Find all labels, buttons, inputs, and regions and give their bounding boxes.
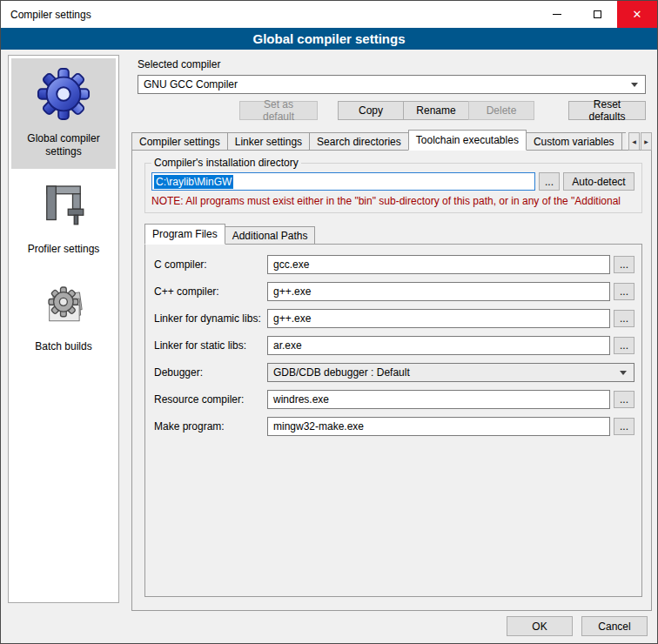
maximize-button[interactable]: [577, 1, 617, 28]
dialog-body: Global compiler settings Profiler se: [1, 50, 657, 643]
ok-button[interactable]: OK: [507, 616, 573, 636]
tab-custom-variables[interactable]: Custom variables: [526, 132, 622, 151]
installation-directory-value: C:\raylib\MinGW: [154, 175, 233, 189]
chevron-down-icon: [631, 83, 638, 87]
installation-directory-browse-button[interactable]: ...: [539, 172, 560, 191]
make-program-row: Make program: mingw32-make.exe ...: [154, 417, 634, 436]
tab-additional-paths[interactable]: Additional Paths: [225, 226, 316, 245]
cpp-compiler-row: C++ compiler: g++.exe ...: [154, 282, 634, 301]
static-linker-browse-button[interactable]: ...: [614, 337, 634, 354]
installation-directory-groupbox: Compiler's installation directory C:\ray…: [144, 163, 642, 213]
installation-directory-label: Compiler's installation directory: [151, 157, 301, 169]
c-compiler-value: gcc.exe: [273, 258, 309, 271]
make-program-input[interactable]: mingw32-make.exe: [267, 417, 610, 436]
close-button[interactable]: ✕: [617, 1, 657, 28]
resource-compiler-value: windres.exe: [273, 393, 329, 406]
chevron-down-icon: [620, 371, 627, 375]
dynamic-linker-label: Linker for dynamic libs:: [154, 312, 267, 325]
debugger-select[interactable]: GDB/CDB debugger : Default: [267, 363, 634, 382]
dynamic-linker-input[interactable]: g++.exe: [267, 309, 610, 328]
dynamic-linker-value: g++.exe: [273, 312, 311, 325]
sidebar-item-label: Batch builds: [35, 340, 91, 353]
tab-scroll-right-button[interactable]: ▶: [641, 132, 652, 151]
gray-gear-stack-icon: [36, 274, 91, 330]
debugger-value: GDB/CDB debugger : Default: [273, 366, 410, 379]
resource-compiler-row: Resource compiler: windres.exe ...: [154, 390, 634, 409]
tabstrip: Compiler settings Linker settings Search…: [131, 130, 626, 151]
tab-linker-settings[interactable]: Linker settings: [227, 132, 310, 151]
debugger-row: Debugger: GDB/CDB debugger : Default: [154, 363, 634, 382]
tab-program-files[interactable]: Program Files: [144, 224, 225, 245]
tab-scroll-right-icon: ▶: [644, 138, 648, 144]
blue-gear-icon: [36, 66, 91, 122]
titlebar: Compiler settings ✕: [1, 1, 657, 28]
c-compiler-input[interactable]: gcc.exe: [267, 255, 610, 274]
c-compiler-label: C compiler:: [154, 258, 267, 271]
settings-category-list: Global compiler settings Profiler se: [8, 55, 119, 603]
selected-compiler-value: GNU GCC Compiler: [144, 78, 238, 91]
copy-button[interactable]: Copy: [338, 101, 404, 120]
set-as-default-button[interactable]: Set as default: [239, 101, 318, 120]
window-title: Compiler settings: [1, 1, 537, 28]
tab-scroll-left-icon: ◀: [632, 138, 636, 144]
installation-directory-input[interactable]: C:\raylib\MinGW: [151, 172, 535, 191]
page-title: Global compiler settings: [1, 28, 657, 50]
dynamic-linker-browse-button[interactable]: ...: [614, 310, 634, 327]
cpp-compiler-label: C++ compiler:: [154, 285, 267, 298]
program-files-tabbar: Program Files Additional Paths: [144, 224, 642, 245]
cpp-compiler-input[interactable]: g++.exe: [267, 282, 610, 301]
minimize-icon: [553, 14, 561, 15]
cpp-compiler-value: g++.exe: [273, 285, 311, 298]
static-linker-label: Linker for static libs:: [154, 339, 267, 352]
dynamic-linker-row: Linker for dynamic libs: g++.exe ...: [154, 309, 634, 328]
static-linker-input[interactable]: ar.exe: [267, 336, 610, 355]
settings-tabbar: Compiler settings Linker settings Search…: [131, 130, 652, 151]
tab-scroll-buttons: ◀ ▶: [628, 132, 652, 151]
main-content: Selected compiler GNU GCC Compiler Set a…: [131, 50, 652, 611]
auto-detect-button[interactable]: Auto-detect: [563, 172, 634, 191]
sidebar-item-label: Global compiler settings: [13, 132, 114, 158]
c-compiler-row: C compiler: gcc.exe ...: [154, 255, 634, 274]
clamp-tool-icon: [36, 177, 91, 232]
sidebar-item-global-compiler-settings[interactable]: Global compiler settings: [11, 58, 116, 169]
dialog-footer: OK Cancel: [507, 616, 648, 636]
minimize-button[interactable]: [537, 1, 577, 28]
tab-toolchain-executables[interactable]: Toolchain executables: [408, 130, 527, 151]
static-linker-row: Linker for static libs: ar.exe ...: [154, 336, 634, 355]
resource-compiler-label: Resource compiler:: [154, 393, 267, 406]
selected-compiler-label: Selected compiler: [138, 58, 646, 70]
toolchain-executables-panel: Compiler's installation directory C:\ray…: [131, 150, 652, 611]
cancel-button[interactable]: Cancel: [581, 616, 648, 636]
c-compiler-browse-button[interactable]: ...: [614, 256, 634, 273]
sidebar-item-profiler-settings[interactable]: Profiler settings: [11, 169, 116, 266]
debugger-label: Debugger:: [154, 366, 267, 379]
close-icon: ✕: [633, 8, 642, 21]
maximize-icon: [594, 10, 601, 18]
tab-build-options[interactable]: Buil: [621, 132, 626, 151]
delete-button[interactable]: Delete: [468, 101, 534, 120]
sidebar-item-batch-builds[interactable]: Batch builds: [11, 266, 116, 364]
resource-compiler-browse-button[interactable]: ...: [614, 391, 634, 408]
tab-compiler-settings[interactable]: Compiler settings: [131, 132, 228, 151]
make-program-label: Make program:: [154, 420, 267, 433]
cpp-compiler-browse-button[interactable]: ...: [614, 283, 634, 300]
reset-defaults-button[interactable]: Reset defaults: [568, 101, 646, 120]
selected-compiler-combobox[interactable]: GNU GCC Compiler: [138, 75, 646, 94]
resource-compiler-input[interactable]: windres.exe: [267, 390, 610, 409]
sidebar-item-label: Profiler settings: [28, 243, 100, 256]
make-program-value: mingw32-make.exe: [273, 420, 364, 433]
tab-scroll-left-button[interactable]: ◀: [628, 132, 640, 151]
static-linker-value: ar.exe: [273, 339, 302, 352]
tab-search-directories[interactable]: Search directories: [309, 132, 409, 151]
compiler-settings-dialog: Compiler settings ✕ Global compiler sett…: [0, 0, 658, 644]
program-files-panel: C compiler: gcc.exe ... C++ compiler: g+…: [144, 244, 642, 597]
rename-button[interactable]: Rename: [403, 101, 469, 120]
compiler-actions: Set as default Copy Rename Delete Reset …: [131, 101, 646, 120]
bin-subdirectory-note: NOTE: All programs must exist either in …: [151, 195, 634, 207]
make-program-browse-button[interactable]: ...: [614, 418, 634, 435]
installation-directory-row: C:\raylib\MinGW ... Auto-detect: [151, 172, 634, 191]
